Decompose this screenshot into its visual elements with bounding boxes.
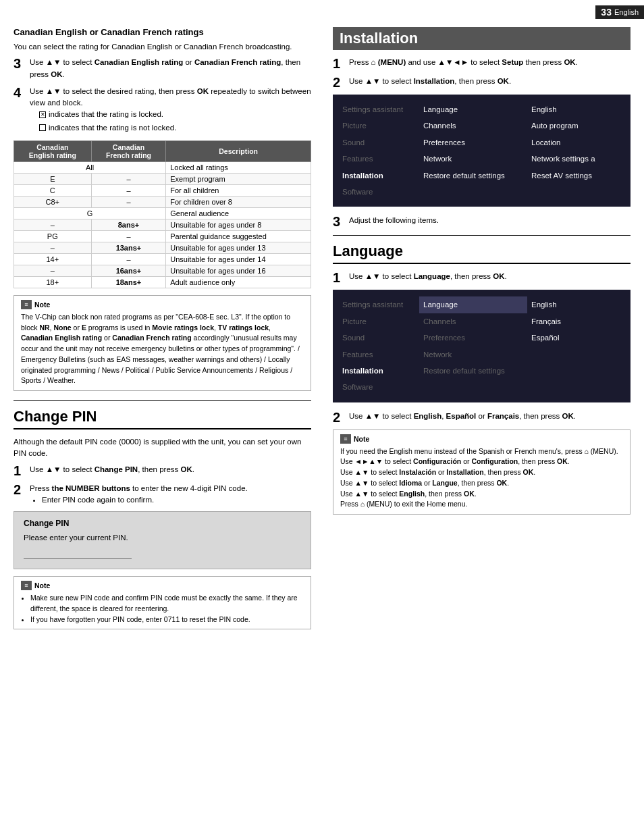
rating-16ans-fr: 16ans+ (91, 265, 166, 276)
menu-item-settings-assistant: Settings assistant (338, 101, 419, 118)
lang-menu-sound: Sound (338, 330, 419, 346)
menu-col1: Settings assistant Picture Sound Feature… (338, 100, 419, 201)
table-row: – 13ans+ Unsuitable for ages under 13 (14, 242, 311, 253)
pin-note-label: Note (34, 581, 50, 590)
menu-grid-2: Settings assistant Picture Sound Feature… (338, 295, 625, 396)
change-pin-title: Change PIN (14, 408, 311, 429)
left-column: Canadian English or Canadian French rati… (0, 20, 322, 646)
menu-col3: English Auto program Location Network se… (527, 100, 625, 201)
rating-16ans-desc: Unsuitable for ages under 16 (166, 265, 311, 276)
canadian-ratings-title: Canadian English or Canadian French rati… (14, 27, 311, 37)
canadian-note-box: ≡ Note The V-Chip can block non rated pr… (14, 295, 311, 391)
menu-item-features: Features (338, 151, 419, 167)
rating-13ans-desc: Unsuitable for ages under 13 (166, 242, 311, 253)
pin-step-2-block: 2 Press the NUMBER buttons to enter the … (14, 483, 311, 506)
note-text: The V-Chip can block non rated programs … (21, 312, 304, 386)
menu-item-network: Network (419, 151, 527, 167)
rating-e-eng: E (14, 173, 92, 184)
lang-menu-installation-active: Installation (338, 363, 419, 379)
table-row: E – Exempt program (14, 173, 311, 184)
rating-all: All (14, 161, 166, 173)
rating-c8-desc: For children over 8 (166, 196, 311, 207)
rating-8ans-desc: Unsuitable for ages under 8 (166, 219, 311, 230)
lang-menu-blank1 (419, 379, 527, 395)
table-row: PG – Parental guidance suggested (14, 230, 311, 242)
change-pin-section: Change PIN Although the default PIN code… (14, 408, 311, 629)
divider-2 (333, 235, 630, 236)
rating-pg-desc: Parental guidance suggested (166, 230, 311, 242)
rating-g-desc: General audience (166, 207, 311, 219)
pin-input-underline[interactable] (24, 548, 132, 559)
lang-menu-settings-assistant: Settings assistant (338, 296, 419, 313)
rating-all-desc: Locked all ratings (166, 161, 311, 173)
rating-pg-eng: PG (14, 230, 92, 242)
pin-step-2-content: Press the NUMBER buttons to enter the ne… (30, 483, 311, 506)
menu-item-auto-program: Auto program (527, 118, 625, 134)
rating-13ans-fr: 13ans+ (91, 242, 166, 253)
note-label: Note (34, 301, 50, 309)
step-3-num: 3 (14, 57, 26, 70)
lang-menu-software: Software (338, 379, 419, 395)
check-box-icon (39, 124, 46, 131)
install-step-3-num: 3 (333, 215, 345, 228)
rating-pg-fr: – (91, 230, 166, 242)
note-header: ≡ Note (21, 300, 304, 309)
lang-note-line5: Use ▲▼ to select English, then press OK. (340, 489, 623, 500)
rating-8ans-fr: 8ans+ (91, 219, 166, 230)
menu-item-english: English (527, 101, 625, 118)
install-step-2-content: Use ▲▼ to select Installation, then pres… (349, 76, 630, 87)
check-x-icon: ✕ (39, 111, 46, 118)
rating-c-eng: C (14, 184, 92, 196)
menu-item-picture: Picture (338, 118, 419, 134)
step-4-num: 4 (14, 86, 26, 99)
lang-note-icon: ≡ (340, 434, 351, 444)
step-3-content: Use ▲▼ to select Canadian English rating… (30, 57, 311, 80)
lang-menu-channels: Channels (419, 313, 527, 330)
lang-menu-col2: Language Channels Preferences Network Re… (419, 295, 527, 396)
menu-item-channels: Channels (419, 118, 527, 134)
menu-item-software: Software (338, 184, 419, 200)
lang-note-line2: Use ◄►▲▼ to select Configuración or Conf… (340, 457, 623, 467)
menu-item-blank1 (419, 184, 527, 200)
menu-item-language: Language (419, 101, 527, 118)
rating-c8-fr: – (91, 196, 166, 207)
lang-menu-language-hl: Language (419, 296, 527, 313)
table-header-eng: CanadianEnglish rating (14, 140, 92, 161)
language-menu-box: Settings assistant Picture Sound Feature… (333, 290, 630, 402)
lang-note-label: Note (354, 435, 369, 443)
note-icon: ≡ (21, 300, 32, 309)
table-row: All Locked all ratings (14, 161, 311, 173)
lang-menu-blank3 (527, 363, 625, 379)
pin-step-2-num: 2 (14, 483, 26, 496)
page-number: 33 (601, 7, 612, 18)
pin-step-2-sub: Enter PIN code again to confirm. (42, 494, 311, 506)
install-step-2-num: 2 (333, 76, 345, 89)
table-row: – 8ans+ Unsuitable for ages under 8 (14, 219, 311, 230)
install-step-2-block: 2 Use ▲▼ to select Installation, then pr… (333, 76, 630, 89)
lang-note-line1: If you need the English menu instead of … (340, 446, 623, 457)
rating-e-desc: Exempt program (166, 173, 311, 184)
pin-note-icon: ≡ (21, 581, 32, 590)
lang-menu-francais: Français (527, 313, 625, 330)
language-note-box: ≡ Note If you need the English menu inst… (333, 429, 630, 515)
step-3-block: 3 Use ▲▼ to select Canadian English rati… (14, 57, 311, 80)
rating-table: CanadianEnglish rating CanadianFrench ra… (14, 140, 311, 288)
install-step-3-content: Adjust the following items. (349, 215, 630, 226)
rating-dash2-eng: – (14, 242, 92, 253)
table-header-desc: Description (166, 140, 311, 161)
lang-menu-blank2 (527, 346, 625, 363)
pin-box-label: Please enter your current PIN. (24, 533, 301, 542)
pin-step-2-list: Enter PIN code again to confirm. (42, 494, 311, 506)
lang-note-line6: Press ⌂ (MENU) to exit the Home menu. (340, 499, 623, 510)
pin-note-item-2: If you have forgotten your PIN code, ent… (30, 615, 304, 625)
step-4-block: 4 Use ▲▼ to select the desired rating, t… (14, 86, 311, 135)
rating-c8-eng: C8+ (14, 196, 92, 207)
pin-box-title: Change PIN (24, 519, 301, 528)
table-row: C8+ – For children over 8 (14, 196, 311, 207)
lang-menu-restore: Restore default settings (419, 363, 527, 379)
page-lang: English (614, 8, 639, 16)
menu-item-preferences: Preferences (419, 134, 527, 151)
table-row: 18+ 18ans+ Adult audience only (14, 276, 311, 288)
pin-step-1-block: 1 Use ▲▼ to select Change PIN, then pres… (14, 464, 311, 477)
menu-item-installation-active: Installation (338, 167, 419, 184)
